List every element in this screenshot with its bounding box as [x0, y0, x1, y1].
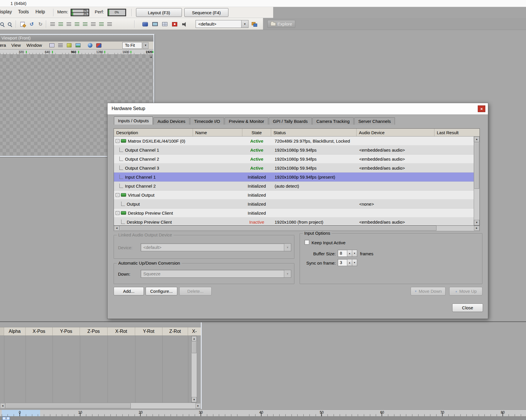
scroll-left-icon[interactable]: ◄ — [0, 403, 5, 408]
select-tool-icon[interactable] — [6, 20, 13, 28]
layers-icon[interactable] — [251, 20, 258, 28]
scroll-right-icon[interactable]: ► — [196, 403, 201, 408]
close-button[interactable]: Close — [452, 304, 483, 312]
col-audio-device[interactable]: Audio Device — [357, 129, 434, 136]
sync-on-frame-field[interactable]: 3 — [338, 259, 347, 266]
menu-help[interactable]: Help — [35, 9, 45, 15]
align-tool-icon[interactable] — [106, 20, 113, 28]
scroll-down-icon[interactable]: ▼ — [474, 220, 480, 225]
explore-button[interactable]: Explore — [267, 20, 295, 28]
dialog-close-button[interactable]: × — [478, 105, 485, 112]
record-icon[interactable] — [171, 20, 178, 28]
scroll-right-icon[interactable]: ► — [474, 226, 480, 231]
preset-combo[interactable]: <default> ▼ — [196, 20, 248, 28]
scroll-up-icon[interactable]: ▲ — [192, 336, 197, 341]
tab-inputs-outputs[interactable]: Inputs / Outputs — [114, 116, 153, 125]
table-row-output-1[interactable]: Output Channel 1 Active 1920x1080p 59.94… — [114, 146, 480, 155]
tree-collapse-icon[interactable]: − — [116, 139, 119, 143]
spin-up-icon[interactable]: ▲ — [347, 259, 352, 266]
viewport-image-icon[interactable] — [74, 42, 82, 49]
table-vscrollbar[interactable]: ▲ ▼ — [474, 137, 480, 225]
spin-down-icon[interactable]: ▼ — [352, 259, 357, 266]
col-z-rot[interactable]: Z-Rot — [162, 327, 188, 335]
monitor-icon[interactable] — [151, 20, 159, 28]
col-y-rot[interactable]: Y-Rot — [135, 327, 162, 335]
keep-input-active-checkbox[interactable] — [305, 240, 309, 245]
zoom-tool-icon[interactable] — [0, 20, 6, 28]
col-z-pos[interactable]: Z-Pos — [80, 327, 108, 335]
add-button[interactable]: Add... — [114, 287, 144, 295]
grid-window-icon[interactable] — [161, 20, 169, 28]
table-hscrollbar[interactable]: ◄ ► — [114, 226, 480, 231]
combo-arrow-icon[interactable]: ▼ — [284, 270, 291, 277]
viewport-grid-icon[interactable] — [48, 42, 56, 49]
redo-icon[interactable]: ↻ — [37, 20, 44, 28]
viewport-scroll-up-icon[interactable]: ▲ — [150, 55, 153, 58]
table-row-output-3[interactable]: Output Channel 3 Active 1920x1080p 59.94… — [114, 164, 480, 173]
table-row-input-1-selected[interactable]: Input Channel 1 Initialized 1920x1080p 5… — [114, 173, 480, 182]
hscroll-thumb[interactable] — [5, 403, 131, 408]
col-status[interactable]: Status — [271, 129, 357, 136]
table-row-input-2[interactable]: Input Channel 2 Initialized (auto detect… — [114, 182, 480, 191]
align-tool-icon[interactable] — [57, 20, 65, 28]
buffer-size-field[interactable]: 8 — [338, 250, 347, 257]
align-tool-icon[interactable] — [49, 20, 56, 28]
layout-button[interactable]: Layout (F3) — [136, 8, 182, 17]
horizontal-divider[interactable] — [0, 321, 526, 322]
align-tool-icon[interactable] — [73, 20, 81, 28]
speaker-icon[interactable] — [181, 20, 188, 28]
tab-gpi-tally[interactable]: GPI / Tally Boards — [269, 117, 312, 125]
viewport-menu-camera[interactable]: era — [0, 43, 6, 48]
tab-server-channels[interactable]: Server Channels — [354, 117, 395, 125]
viewport-menu-window[interactable]: Window — [26, 43, 42, 48]
sequence-button[interactable]: Sequence (F4) — [184, 8, 228, 17]
col-state[interactable]: State — [242, 129, 271, 136]
spin-down-icon[interactable]: ▼ — [352, 250, 357, 257]
table-row-virtual-output[interactable]: −Virtual Output Initialized — [114, 191, 480, 200]
menu-display[interactable]: isplay — [0, 9, 12, 15]
timeline-ruler[interactable]: 0 10 20 30 40 50 60 70 80 — [0, 410, 526, 417]
col-name[interactable]: Name — [193, 129, 242, 136]
fit-combo-arrow[interactable]: ▼ — [143, 42, 149, 49]
vscroll-thumb[interactable] — [192, 342, 196, 353]
table-row-matrox[interactable]: −Matrox DSXLE4L/44/100F (0) Active 720x4… — [114, 137, 480, 146]
scroll-up-icon[interactable]: ▲ — [474, 137, 480, 142]
tree-collapse-icon[interactable]: − — [116, 193, 119, 197]
fit-combo[interactable]: To Fit — [122, 42, 142, 49]
configure-button[interactable]: Configure... — [146, 287, 177, 295]
align-tool-icon[interactable] — [65, 20, 73, 28]
col-description[interactable]: Description — [114, 129, 193, 136]
viewport-titlebar[interactable]: Viewport (Front) — [0, 35, 153, 42]
edit-list-icon[interactable] — [19, 20, 26, 28]
table-row-output[interactable]: Output Initialized <none> — [114, 200, 480, 209]
col-x-pos[interactable]: X-Pos — [26, 327, 53, 335]
col-x-cut[interactable]: X- — [188, 327, 201, 335]
viewport-menu-view[interactable]: View — [11, 43, 21, 48]
col-x-rot[interactable]: X-Rot — [108, 327, 135, 335]
align-tool-icon[interactable] — [81, 20, 89, 28]
spin-up-icon[interactable]: ▲ — [347, 250, 352, 257]
menu-tools[interactable]: Tools — [18, 9, 29, 15]
hscroll-thumb[interactable] — [120, 226, 436, 231]
scene-card-icon[interactable] — [141, 20, 149, 28]
tab-camera-tracking[interactable]: Camera Tracking — [312, 117, 354, 125]
viewport-list-icon[interactable] — [57, 42, 64, 49]
tree-collapse-icon[interactable]: − — [116, 211, 119, 215]
col-y-pos[interactable]: Y-Pos — [53, 327, 80, 335]
col-last-result[interactable]: Last Result — [434, 129, 474, 136]
table-row-desktop-preview-client[interactable]: Desktop Preview Client Inactive 1920x108… — [114, 218, 480, 226]
align-tool-icon[interactable] — [90, 20, 97, 28]
scroll-left-icon[interactable]: ◄ — [114, 226, 119, 231]
viewport-sphere-icon[interactable] — [86, 42, 94, 49]
viewport-rt-icon[interactable] — [95, 42, 103, 49]
col-alpha[interactable]: Alpha — [4, 327, 26, 335]
timeline-frame-field[interactable]: 0 — [2, 417, 10, 420]
vscroll-thumb[interactable] — [474, 142, 479, 189]
scroll-down-icon[interactable]: ▼ — [192, 397, 197, 402]
down-combo[interactable]: Squeeze ▼ — [141, 270, 291, 278]
viewport-pencil-icon[interactable] — [65, 42, 73, 49]
tab-preview-monitor[interactable]: Preview & Monitor — [225, 117, 268, 125]
table-row-output-2[interactable]: Output Channel 2 Active 1920x1080p 59.94… — [114, 155, 480, 164]
undo-icon[interactable]: ↺ — [28, 20, 35, 28]
panel-hscrollbar[interactable]: ◄ ► — [0, 403, 201, 408]
